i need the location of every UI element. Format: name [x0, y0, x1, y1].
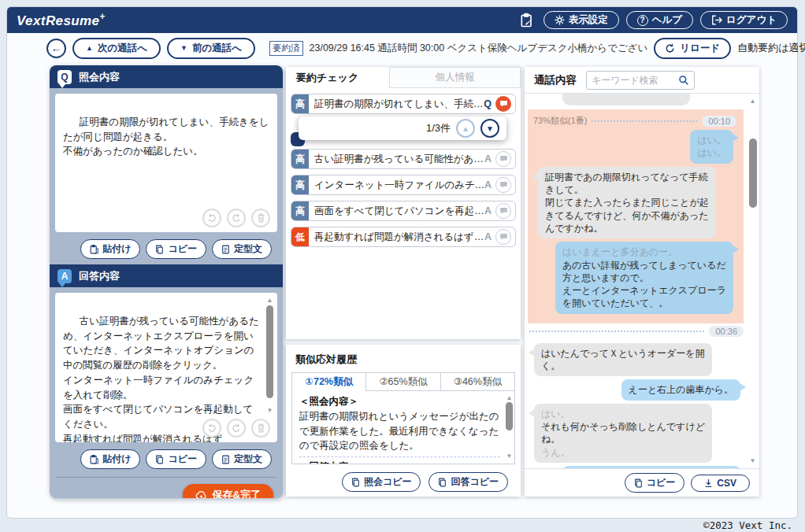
timestamp-badge: 00:10	[702, 116, 736, 127]
comment-bubble-icon[interactable]	[495, 151, 511, 167]
customer-bubble[interactable]: はいたんでってＸというオーダーを開く。	[534, 343, 712, 377]
undo-icon[interactable]	[202, 419, 221, 438]
scroll-down-icon[interactable]: ▼	[265, 406, 275, 416]
similar-history-actions: 照会コピー 回答コピー	[286, 464, 521, 492]
next-call-button[interactable]: ▲次の通話へ	[72, 38, 161, 59]
answer-textarea[interactable]: 古い証明書が残っている可能性があるため、インターネットエクスプローラを開いていた…	[55, 293, 277, 442]
scroll-thumb[interactable]	[749, 139, 757, 208]
divider-line	[529, 331, 704, 332]
answer-template-button[interactable]: 定型文	[212, 449, 272, 469]
scroll-thumb[interactable]	[506, 402, 513, 430]
comment-bubble-icon[interactable]	[495, 203, 511, 219]
gear-icon	[555, 15, 565, 25]
inquiry-text: 証明書の期限が切れてしまい、手続きをしたが同じ問題が起きる。 不備があったのか確…	[63, 116, 269, 157]
inquiry-copy-button[interactable]: コピー	[146, 239, 206, 259]
reload-button[interactable]: リロード	[654, 38, 731, 59]
delete-icon[interactable]	[251, 209, 270, 227]
pager-down-button[interactable]: ▼	[480, 119, 499, 138]
chat-message-row: とちょっとそこから別の所を開いていただきたいんですね。	[528, 466, 745, 468]
copy-icon	[438, 478, 447, 487]
summary-item[interactable]: 高画面をすべて閉じてパソコンを再起…A	[291, 201, 516, 221]
inquiry-actions: 貼付け コピー 定型文	[50, 238, 283, 264]
call-info-text: 23/09/29 16:45 通話時間 30:00 ベクスト保険ヘルプデスク小橋…	[310, 42, 648, 55]
back-button[interactable]: ←	[46, 39, 66, 58]
qa-letter: A	[484, 153, 492, 164]
similar-scrollbar[interactable]: ▲ ▼	[504, 393, 513, 461]
similarity-label: 73%類似(1番)	[533, 115, 587, 127]
summary-item[interactable]: 高証明書の期限が切れてしまい、手続…Q	[291, 94, 516, 114]
copy-icon	[155, 455, 164, 464]
chat-message-row: 証明書であの期限切れってなって手続きして。閉じてまた入ったらまた同じことが起きて…	[532, 167, 738, 239]
priority-badge: 高	[291, 201, 309, 220]
scroll-down-icon[interactable]: ▼	[748, 457, 758, 464]
chat-message-row: はいたんでってＸというオーダーを開く。	[528, 343, 745, 377]
answer-copy-button[interactable]: コピー	[146, 449, 206, 469]
scroll-down-icon[interactable]: ▼	[504, 452, 514, 461]
prev-call-button[interactable]: ▼前の通話へ	[167, 38, 255, 59]
save-row: 保存&完了	[56, 477, 276, 498]
similar-inquiry-label: ＜照会内容＞	[299, 394, 500, 409]
similar-tab[interactable]: ③46%類似	[441, 372, 515, 391]
tab-summary-check[interactable]: 要約チェック	[286, 67, 389, 88]
operator-bubble[interactable]: はいまえーと多分あのー。あの古い詳報が残ってしまっているだ方と思いますので。えー…	[555, 242, 733, 314]
summary-item[interactable]: 低再起動すれば問題が解消されるはず…A	[291, 227, 516, 247]
similar-highlight-block: 73%類似(1番) 00:10 はい。はい。証明書であの期限切れってなって手続き…	[528, 109, 744, 323]
comment-bubble-icon[interactable]	[495, 177, 511, 193]
customer-bubble[interactable]: はい。それも何かそっち削除しとんですけどね。うん。	[534, 404, 712, 463]
logout-button[interactable]: ログアウト	[700, 11, 788, 29]
inquiry-textarea[interactable]: 証明書の期限が切れてしまい、手続きをしたが同じ問題が起きる。 不備があったのか確…	[55, 94, 277, 232]
scroll-up-icon[interactable]: ▲	[748, 98, 758, 105]
answer-paste-button[interactable]: 貼付け	[80, 449, 140, 469]
csv-download-button[interactable]: CSV	[691, 475, 750, 492]
summary-tabs: 要約チェック 個人情報	[286, 67, 521, 88]
chat-copy-button[interactable]: コピー	[625, 473, 685, 493]
comment-bubble-icon[interactable]	[495, 96, 511, 112]
summary-item[interactable]: 高古い証明書が残っている可能性があ…A	[291, 149, 516, 169]
similar-tab[interactable]: ①72%類似	[291, 372, 366, 391]
priority-badge: 低	[291, 227, 309, 246]
edit-panel: Q 照会内容 証明書の期限が切れてしまい、手続きをしたが同じ問題が起きる。 不備…	[50, 65, 283, 498]
undo-icon[interactable]	[202, 209, 221, 227]
timestamp-badge: 00:36	[709, 326, 744, 337]
answer-scrollbar[interactable]: ▲ ▼	[265, 296, 275, 416]
answer-copy-button[interactable]: 回答コピー	[428, 472, 508, 492]
inquiry-template-button[interactable]: 定型文	[212, 239, 272, 259]
help-button[interactable]: ? ヘルプ	[626, 11, 693, 29]
similar-tab[interactable]: ②65%類似	[366, 372, 440, 391]
logout-icon	[711, 15, 722, 25]
chat-scrollbar[interactable]: ▲ ▼	[748, 98, 758, 464]
inquiry-paste-button[interactable]: 貼付け	[80, 239, 140, 259]
memo-icon[interactable]	[519, 13, 535, 28]
call-title: 通話内容	[534, 73, 577, 87]
pager-up-button[interactable]: ▲	[456, 119, 475, 138]
question-icon: ?	[637, 15, 648, 26]
divider	[299, 456, 500, 457]
search-icon[interactable]	[678, 75, 689, 86]
summary-item-text: インターネット一時ファイルのみチ…	[309, 179, 484, 192]
app-header: VextResume+ 表示設定 ? ヘルプ	[7, 7, 797, 33]
similar-history-body[interactable]: ＜照会内容＞ 証明書の期限切れというメッセージが出たので更新作業をした。最近利用…	[291, 391, 515, 464]
tab-personal-info[interactable]: 個人情報	[389, 67, 521, 88]
save-complete-button[interactable]: 保存&完了	[183, 484, 273, 498]
scroll-up-icon[interactable]: ▲	[265, 296, 275, 305]
document-icon	[221, 245, 230, 254]
display-settings-button[interactable]: 表示設定	[543, 11, 619, 29]
inquiry-copy-button[interactable]: 照会コピー	[342, 472, 421, 492]
keyword-search-box[interactable]	[586, 71, 695, 90]
operator-bubble[interactable]: はい。はい。	[690, 130, 733, 164]
customer-bubble[interactable]: 証明書であの期限切れってなって手続きして。閉じてまた入ったらまた同じことが起きて…	[538, 167, 716, 239]
chat-message-row: はいまえーと多分あのー。あの古い詳報が残ってしまっているだ方と思いますので。えー…	[532, 242, 738, 314]
summary-item[interactable]: 高インターネット一時ファイルのみチ…A	[291, 175, 516, 195]
operator-bubble[interactable]: とちょっとそこから別の所を開いていただきたいんですね。	[562, 466, 740, 468]
delete-icon[interactable]	[251, 419, 270, 438]
chat-area[interactable]: 73%類似(1番) 00:10 はい。はい。証明書であの期限切れってなって手続き…	[525, 94, 759, 468]
redo-icon[interactable]	[227, 209, 246, 227]
redo-icon[interactable]	[227, 419, 246, 438]
search-input[interactable]	[592, 75, 678, 86]
comment-bubble-icon[interactable]	[495, 229, 511, 245]
copy-icon	[634, 478, 643, 488]
scroll-thumb[interactable]	[266, 305, 273, 398]
partial-chat-bubble	[562, 94, 690, 105]
answer-header: A 回答内容	[50, 264, 283, 287]
operator-bubble[interactable]: えーと右上の歯車から。	[621, 379, 740, 400]
